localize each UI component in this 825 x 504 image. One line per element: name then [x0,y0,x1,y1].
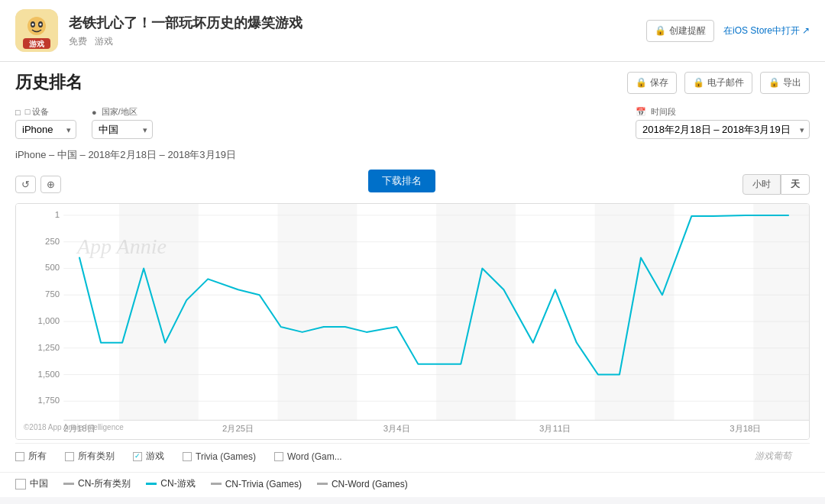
legend-checkbox-games[interactable] [133,452,142,461]
bl-cn-games: CN-游戏 [146,477,195,490]
legend-checkbox-trivia[interactable] [183,452,192,461]
download-btn-wrap: 下载排名 [61,170,742,192]
reset-zoom-button[interactable]: ↺ [15,176,36,193]
date-label: 📅 时间段 [636,106,810,118]
svg-text:1,750: 1,750 [38,396,60,405]
app-price: 免费 [69,35,87,48]
bl-china-box [15,479,26,489]
country-select[interactable]: 中国 美国 日本 [92,120,153,139]
app-info: 游戏 老铁扎心了！一部玩坏历史的爆笑游戏 免费 游戏 [15,9,302,52]
svg-rect-12 [595,204,675,420]
chart-subtitle: iPhone – 中国 – 2018年2月18日 – 2018年3月19日 [0,145,825,170]
legend-checkbox-word[interactable] [274,452,283,461]
chart-svg: 1 250 500 750 1,000 1,250 1,500 1,750 2月… [16,204,809,439]
legend-trivia[interactable]: Trivia (Games) [183,450,256,463]
legend-games[interactable]: 游戏 [133,450,164,463]
bl-cn-trivia: CN-Trivia (Games) [211,477,302,490]
svg-rect-11 [436,204,516,420]
svg-text:250: 250 [45,237,60,246]
svg-rect-13 [753,204,809,420]
zoom-button[interactable]: ⊕ [40,176,61,193]
email-lock-icon: 🔒 [693,77,704,88]
legend-all[interactable]: 所有 [15,450,47,463]
svg-point-4 [32,24,34,26]
svg-point-5 [40,24,42,26]
bl-cn-all-line [63,483,74,485]
device-select-wrapper: iPhone iPad All [15,120,76,139]
filters-row: □ □ 设备 iPhone iPad All ● 国家/地区 中国 美国 [0,100,825,145]
device-label: □ □ 设备 [15,106,76,118]
corner-badge: 游戏葡萄 [755,450,791,463]
svg-text:游戏: 游戏 [29,40,44,48]
app-actions: 🔒 创建提醒 在iOS Store中打开 ↗ [646,20,810,42]
chart-container: App Annie ©2018 App Annie Intelligence [15,203,810,440]
app-title: 老铁扎心了！一部玩坏历史的爆笑游戏 [69,14,302,32]
chart-section: ↺ ⊕ 下载排名 小时 天 App Annie ©2018 App Annie … [0,170,825,472]
bl-cn-word-line [317,483,328,485]
app-icon: 游戏 [15,9,58,52]
country-filter-group: ● 国家/地区 中国 美国 日本 [92,106,153,139]
svg-text:1,250: 1,250 [38,343,60,352]
svg-point-1 [28,17,46,35]
device-checkbox-icon: □ [15,108,21,117]
app-meta: 免费 游戏 [69,35,302,48]
device-filter-group: □ □ 设备 iPhone iPad All [15,106,76,139]
external-link-icon: ↗ [802,25,810,36]
device-select[interactable]: iPhone iPad All [15,120,76,139]
chart-left-controls: ↺ ⊕ [15,176,61,193]
bl-cn-trivia-line [211,483,222,485]
bl-cn-word: CN-Word (Games) [317,477,408,490]
legend-checkbox-all-category[interactable] [65,452,74,461]
chart-copyright: ©2018 App Annie Intelligence [24,423,124,431]
svg-text:1,500: 1,500 [38,370,60,379]
chart-controls: ↺ ⊕ 下载排名 小时 天 [15,170,810,199]
zoom-icon: ⊕ [47,179,55,190]
legend-word[interactable]: Word (Gam... [274,450,342,463]
create-alert-button[interactable]: 🔒 创建提醒 [646,20,714,42]
chart-tabs: 小时 天 [742,174,810,195]
tab-day[interactable]: 天 [781,174,810,195]
country-select-wrapper: 中国 美国 日本 [92,120,153,139]
bl-cn-games-line [146,483,157,485]
svg-text:3月4日: 3月4日 [383,424,410,433]
bottom-legend: 中国 CN-所有类别 CN-游戏 CN-Trivia (Games) CN-Wo… [0,472,825,497]
save-lock-icon: 🔒 [636,77,647,88]
date-range-group: 📅 时间段 2018年2月18日 – 2018年3月19日 [636,106,810,139]
date-range-select[interactable]: 2018年2月18日 – 2018年3月19日 [636,120,810,139]
svg-text:500: 500 [45,263,60,273]
country-flag-icon: ● [92,108,97,117]
svg-text:3月11日: 3月11日 [539,424,571,433]
svg-text:3月18日: 3月18日 [730,424,762,433]
download-ranking-button[interactable]: 下载排名 [368,170,435,192]
app-title-area: 老铁扎心了！一部玩坏历史的爆笑游戏 免费 游戏 [69,14,302,48]
date-select-wrapper: 2018年2月18日 – 2018年3月19日 [636,120,810,139]
section-actions: 🔒 保存 🔒 电子邮件 🔒 导出 [627,72,810,94]
app-category: 游戏 [95,35,113,48]
calendar-icon: 📅 [636,107,646,117]
tab-hour[interactable]: 小时 [742,174,781,195]
country-label: ● 国家/地区 [92,106,153,118]
svg-text:1,000: 1,000 [38,316,60,325]
section-title: 历史排名 [15,71,82,94]
section-header: 历史排名 🔒 保存 🔒 电子邮件 🔒 导出 [0,62,825,100]
open-ios-link[interactable]: 在iOS Store中打开 ↗ [723,24,810,37]
lock-icon-alert: 🔒 [655,25,666,36]
svg-text:2月25日: 2月25日 [222,424,254,433]
svg-text:750: 750 [45,289,60,299]
email-button[interactable]: 🔒 电子邮件 [684,72,752,94]
top-legend-row: 所有 所有类别 游戏 Trivia (Games) Word (Gam... 游… [15,443,810,472]
bl-china: 中国 [15,477,48,490]
svg-text:1: 1 [55,210,60,219]
save-button[interactable]: 🔒 保存 [627,72,677,94]
reset-icon: ↺ [21,179,30,190]
svg-rect-10 [278,204,358,420]
bl-cn-all-category: CN-所有类别 [63,477,131,490]
export-button[interactable]: 🔒 导出 [760,72,810,94]
legend-checkbox-all[interactable] [15,452,24,461]
export-lock-icon: 🔒 [768,77,780,88]
legend-all-category[interactable]: 所有类别 [65,450,115,463]
